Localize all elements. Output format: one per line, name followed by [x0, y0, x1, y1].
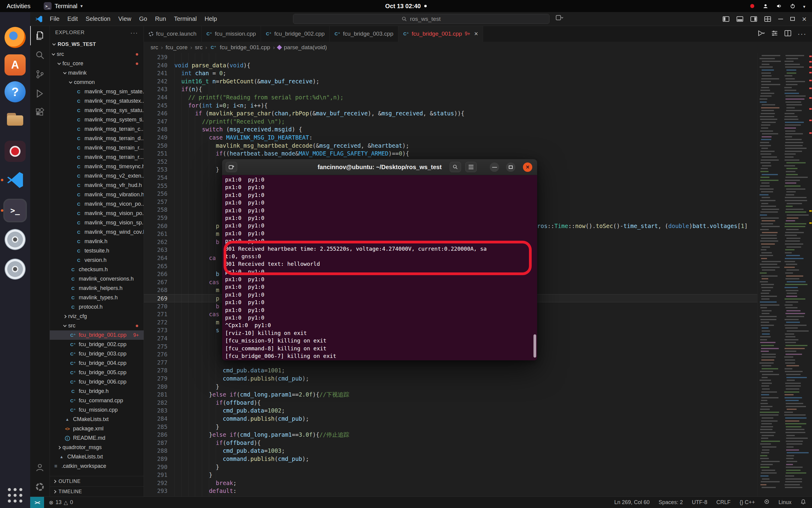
status-item-ln-269-col-60[interactable]: Ln 269, Col 60 [614, 499, 650, 506]
status-item-crlf[interactable]: CRLF [716, 499, 730, 506]
tree-item-mavlink-msg-terrain-c-[interactable]: Cmavlink_msg_terrain_c... [50, 124, 144, 134]
screen-record-icon[interactable] [749, 3, 755, 9]
tab-fcu-core-launch[interactable]: fcu_core.launch [144, 26, 201, 42]
tree-item--catkin-workspace[interactable]: ≡.catkin_workspace [50, 462, 144, 471]
menu-help[interactable]: Help [201, 15, 221, 23]
settings-gear-icon[interactable] [30, 477, 49, 497]
breadcrumb-item[interactable]: fcu_bridge_001.cpp [220, 44, 270, 51]
tree-item-mavlink-msg-terrain-r-[interactable]: Cmavlink_msg_terrain_r... [50, 153, 144, 162]
explorer-icon[interactable] [30, 26, 49, 45]
tree-item-cmakelists-txt[interactable]: ▲CMakeLists.txt [50, 415, 144, 424]
tree-item-mavlink-msg-vfr-hud-h[interactable]: Cmavlink_msg_vfr_hud.h [50, 181, 144, 190]
problems-status[interactable]: ⊗ 13 △ 0 [44, 499, 78, 506]
breadcrumb[interactable]: src›fcu_core›src›C⁺fcu_bridge_001.cpp›pa… [144, 42, 812, 53]
source-control-icon[interactable] [30, 65, 49, 84]
toggle-panel-icon[interactable] [736, 16, 743, 22]
dock-item-vscode[interactable] [4, 169, 27, 192]
dock-item-ubuntu-software[interactable]: A [4, 53, 27, 76]
remote-indicator[interactable]: >< [30, 497, 44, 508]
status-item-linux[interactable]: Linux [778, 499, 792, 506]
search-icon[interactable] [30, 45, 49, 65]
tree-item-version-h[interactable]: Cversion.h [50, 255, 144, 265]
tab-fcu-bridge-003-cpp[interactable]: C⁺fcu_bridge_003.cpp [330, 26, 398, 42]
tree-item-fcu-bridge-002-cpp[interactable]: C⁺fcu_bridge_002.cpp [50, 340, 144, 349]
command-center-search[interactable]: ros_ws_test [293, 14, 550, 24]
profile-chevron-icon[interactable] [556, 14, 563, 23]
split-editor-icon[interactable] [784, 30, 792, 38]
toggle-sidebar-icon[interactable] [723, 16, 729, 22]
status-item--c-[interactable]: {} C++ [739, 499, 755, 506]
tree-item-quadrotor-msgs[interactable]: quadrotor_msgs [50, 443, 144, 452]
tree-item-fcu-bridge-004-cpp[interactable]: C⁺fcu_bridge_004.cpp [50, 358, 144, 368]
show-applications-button[interactable] [8, 488, 23, 503]
volume-icon[interactable] [776, 3, 782, 9]
tree-item-mavlink-msg-terrain-d-[interactable]: Cmavlink_msg_terrain_d... [50, 134, 144, 143]
timeline-section[interactable]: TIMELINE [50, 486, 144, 497]
notifications-bell-icon[interactable] [801, 499, 806, 506]
terminal-menu-button[interactable] [465, 162, 477, 172]
sliders-icon[interactable] [771, 30, 778, 38]
tree-item-fcu-mission-cpp[interactable]: C⁺fcu_mission.cpp [50, 405, 144, 415]
tree-item-src[interactable]: src [50, 49, 144, 59]
tree-item-package-xml[interactable]: <>package.xml [50, 424, 144, 433]
tree-item-mavlink-msg-vibration-h[interactable]: Cmavlink_msg_vibration.h [50, 190, 144, 199]
tree-item-mavlink-conversions-h[interactable]: Cmavlink_conversions.h [50, 274, 144, 284]
tree-item-mavlink-msg-sys-statu-[interactable]: Cmavlink_msg_sys_statu... [50, 106, 144, 115]
close-button[interactable]: × [802, 16, 807, 22]
minimize-button[interactable] [778, 19, 783, 19]
tree-item-mavlink-msg-statustex-[interactable]: Cmavlink_msg_statustex... [50, 96, 144, 106]
account-icon[interactable] [30, 458, 49, 477]
tree-item-mavlink-types-h[interactable]: Cmavlink_types.h [50, 293, 144, 302]
menu-selection[interactable]: Selection [82, 15, 114, 23]
terminal-titlebar[interactable]: fancinnov@ubuntu: ~/Desktop/ros_ws_test … [222, 159, 537, 175]
tree-item-fcu-bridge-h[interactable]: Cfcu_bridge.h [50, 387, 144, 396]
activities-button[interactable]: Activities [0, 3, 35, 10]
tree-item-checksum-h[interactable]: Cchecksum.h [50, 265, 144, 274]
tree-item-fcu-bridge-001-cpp[interactable]: C⁺fcu_bridge_001.cpp9+ [50, 330, 144, 340]
terminal-search-button[interactable] [449, 162, 461, 172]
clock[interactable]: Oct 13 02:40 [385, 3, 427, 10]
tree-item-mavlink-msg-vicon-po-[interactable]: Cmavlink_msg_vicon_po... [50, 199, 144, 209]
breadcrumb-item[interactable]: src [195, 44, 202, 51]
tree-item-fcu-command-cpp[interactable]: C⁺fcu_command.cpp [50, 396, 144, 405]
toggle-secondary-sidebar-icon[interactable] [751, 16, 757, 22]
tree-item-mavlink-msg-wind-cov-h[interactable]: Cmavlink_msg_wind_cov.h [50, 227, 144, 237]
tree-item-mavlink[interactable]: mavlink [50, 68, 144, 78]
tree-item-mavlink-msg-sim-state-h[interactable]: Cmavlink_msg_sim_state.h [50, 87, 144, 96]
terminal-scrollbar[interactable] [533, 334, 536, 357]
tree-item-mavlink-h[interactable]: Cmavlink.h [50, 237, 144, 246]
tree-item-common[interactable]: common [50, 78, 144, 87]
dock-item-screen-recorder[interactable] [4, 140, 27, 163]
tree-item-mavlink-msg-v2-exten-[interactable]: Cmavlink_msg_v2_exten... [50, 171, 144, 181]
explorer-more-icon[interactable]: ··· [130, 29, 138, 36]
menu-edit[interactable]: Edit [63, 15, 82, 23]
status-item-utf-8[interactable]: UTF-8 [692, 499, 707, 506]
workspace-root[interactable]: ROS_WS_TEST [50, 39, 144, 49]
menu-run[interactable]: Run [151, 15, 170, 23]
run-button[interactable] [757, 30, 765, 38]
status-item-spaces-2[interactable]: Spaces: 2 [659, 499, 683, 506]
customize-layout-icon[interactable] [764, 16, 771, 22]
tree-item-fcu-bridge-003-cpp[interactable]: C⁺fcu_bridge_003.cpp [50, 349, 144, 358]
tree-item-mavlink-msg-vision-po-[interactable]: Cmavlink_msg_vision_po... [50, 209, 144, 218]
dock-item-dvd[interactable] [4, 228, 27, 251]
tree-item-fcu-bridge-005-cpp[interactable]: C⁺fcu_bridge_005.cpp [50, 368, 144, 377]
user-icon[interactable] [763, 3, 769, 9]
terminal-minimize-button[interactable] [490, 163, 499, 172]
close-icon[interactable]: × [474, 30, 478, 38]
tree-item-protocol-h[interactable]: Cprotocol.h [50, 302, 144, 312]
tab-fcu-mission-cpp[interactable]: C⁺fcu_mission.cpp [201, 26, 261, 42]
dock-item-firefox[interactable] [4, 26, 27, 49]
outline-section[interactable]: OUTLINE [50, 476, 144, 486]
tree-item-cmakelists-txt[interactable]: ▲CMakeLists.txt [50, 452, 144, 462]
breadcrumb-item[interactable]: src [151, 44, 158, 51]
new-tab-button[interactable] [226, 162, 237, 172]
menu-terminal[interactable]: Terminal [170, 15, 201, 23]
tree-item-src[interactable]: src [50, 321, 144, 330]
chevron-down-icon[interactable]: ▾ [803, 3, 805, 10]
dock-item-help[interactable]: ? [4, 80, 27, 103]
terminal-maximize-button[interactable] [506, 163, 515, 172]
tree-item-mavlink-msg-vision-sp-[interactable]: Cmavlink_msg_vision_sp... [50, 218, 144, 227]
terminal-close-button[interactable]: × [523, 163, 532, 172]
system-tray[interactable]: ▾ [749, 3, 812, 10]
